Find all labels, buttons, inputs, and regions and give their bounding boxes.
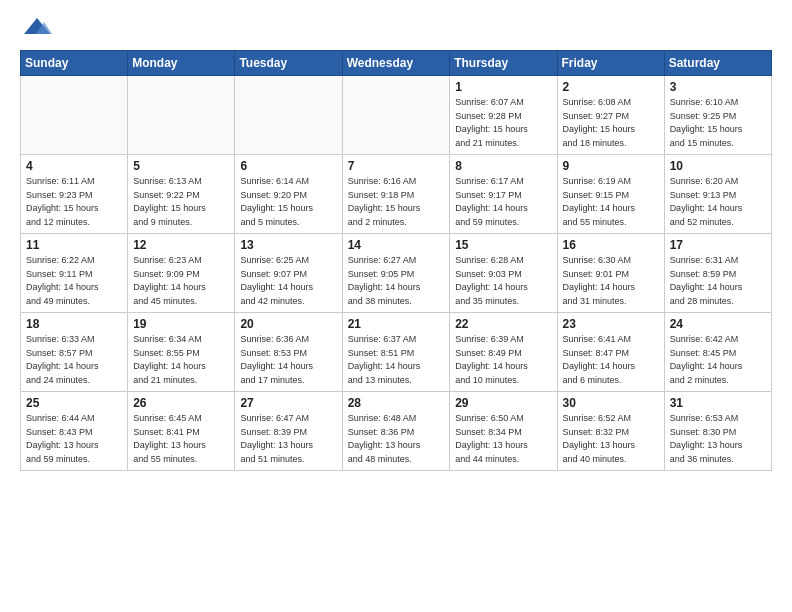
- day-info: Sunrise: 6:28 AM Sunset: 9:03 PM Dayligh…: [455, 254, 551, 308]
- calendar-cell: 7Sunrise: 6:16 AM Sunset: 9:18 PM Daylig…: [342, 155, 450, 234]
- calendar-cell: 16Sunrise: 6:30 AM Sunset: 9:01 PM Dayli…: [557, 234, 664, 313]
- calendar-cell: 29Sunrise: 6:50 AM Sunset: 8:34 PM Dayli…: [450, 392, 557, 471]
- calendar-cell: 2Sunrise: 6:08 AM Sunset: 9:27 PM Daylig…: [557, 76, 664, 155]
- day-number: 10: [670, 159, 766, 173]
- day-info: Sunrise: 6:50 AM Sunset: 8:34 PM Dayligh…: [455, 412, 551, 466]
- day-info: Sunrise: 6:17 AM Sunset: 9:17 PM Dayligh…: [455, 175, 551, 229]
- calendar-cell: [235, 76, 342, 155]
- calendar-cell: 30Sunrise: 6:52 AM Sunset: 8:32 PM Dayli…: [557, 392, 664, 471]
- calendar-cell: [342, 76, 450, 155]
- day-number: 28: [348, 396, 445, 410]
- day-number: 16: [563, 238, 659, 252]
- day-number: 23: [563, 317, 659, 331]
- calendar-cell: [21, 76, 128, 155]
- day-info: Sunrise: 6:27 AM Sunset: 9:05 PM Dayligh…: [348, 254, 445, 308]
- day-info: Sunrise: 6:11 AM Sunset: 9:23 PM Dayligh…: [26, 175, 122, 229]
- day-info: Sunrise: 6:52 AM Sunset: 8:32 PM Dayligh…: [563, 412, 659, 466]
- day-info: Sunrise: 6:37 AM Sunset: 8:51 PM Dayligh…: [348, 333, 445, 387]
- day-info: Sunrise: 6:44 AM Sunset: 8:43 PM Dayligh…: [26, 412, 122, 466]
- day-info: Sunrise: 6:23 AM Sunset: 9:09 PM Dayligh…: [133, 254, 229, 308]
- day-info: Sunrise: 6:47 AM Sunset: 8:39 PM Dayligh…: [240, 412, 336, 466]
- calendar-cell: 25Sunrise: 6:44 AM Sunset: 8:43 PM Dayli…: [21, 392, 128, 471]
- calendar-cell: 14Sunrise: 6:27 AM Sunset: 9:05 PM Dayli…: [342, 234, 450, 313]
- day-number: 20: [240, 317, 336, 331]
- day-info: Sunrise: 6:10 AM Sunset: 9:25 PM Dayligh…: [670, 96, 766, 150]
- day-number: 7: [348, 159, 445, 173]
- day-info: Sunrise: 6:36 AM Sunset: 8:53 PM Dayligh…: [240, 333, 336, 387]
- day-number: 14: [348, 238, 445, 252]
- day-number: 21: [348, 317, 445, 331]
- day-info: Sunrise: 6:48 AM Sunset: 8:36 PM Dayligh…: [348, 412, 445, 466]
- calendar-cell: 1Sunrise: 6:07 AM Sunset: 9:28 PM Daylig…: [450, 76, 557, 155]
- day-number: 6: [240, 159, 336, 173]
- weekday-friday: Friday: [557, 51, 664, 76]
- day-info: Sunrise: 6:07 AM Sunset: 9:28 PM Dayligh…: [455, 96, 551, 150]
- calendar-cell: 6Sunrise: 6:14 AM Sunset: 9:20 PM Daylig…: [235, 155, 342, 234]
- calendar-cell: 4Sunrise: 6:11 AM Sunset: 9:23 PM Daylig…: [21, 155, 128, 234]
- weekday-monday: Monday: [128, 51, 235, 76]
- day-number: 26: [133, 396, 229, 410]
- calendar-cell: 11Sunrise: 6:22 AM Sunset: 9:11 PM Dayli…: [21, 234, 128, 313]
- week-row-5: 25Sunrise: 6:44 AM Sunset: 8:43 PM Dayli…: [21, 392, 772, 471]
- day-info: Sunrise: 6:20 AM Sunset: 9:13 PM Dayligh…: [670, 175, 766, 229]
- calendar-cell: 18Sunrise: 6:33 AM Sunset: 8:57 PM Dayli…: [21, 313, 128, 392]
- day-info: Sunrise: 6:14 AM Sunset: 9:20 PM Dayligh…: [240, 175, 336, 229]
- day-number: 17: [670, 238, 766, 252]
- calendar-cell: 20Sunrise: 6:36 AM Sunset: 8:53 PM Dayli…: [235, 313, 342, 392]
- day-number: 11: [26, 238, 122, 252]
- header: [20, 16, 772, 38]
- day-number: 8: [455, 159, 551, 173]
- calendar-cell: 9Sunrise: 6:19 AM Sunset: 9:15 PM Daylig…: [557, 155, 664, 234]
- calendar-cell: 24Sunrise: 6:42 AM Sunset: 8:45 PM Dayli…: [664, 313, 771, 392]
- calendar: SundayMondayTuesdayWednesdayThursdayFrid…: [20, 50, 772, 471]
- page: SundayMondayTuesdayWednesdayThursdayFrid…: [0, 0, 792, 481]
- day-number: 29: [455, 396, 551, 410]
- calendar-cell: 31Sunrise: 6:53 AM Sunset: 8:30 PM Dayli…: [664, 392, 771, 471]
- day-number: 1: [455, 80, 551, 94]
- calendar-cell: 27Sunrise: 6:47 AM Sunset: 8:39 PM Dayli…: [235, 392, 342, 471]
- week-row-4: 18Sunrise: 6:33 AM Sunset: 8:57 PM Dayli…: [21, 313, 772, 392]
- day-info: Sunrise: 6:41 AM Sunset: 8:47 PM Dayligh…: [563, 333, 659, 387]
- day-number: 13: [240, 238, 336, 252]
- week-row-3: 11Sunrise: 6:22 AM Sunset: 9:11 PM Dayli…: [21, 234, 772, 313]
- day-number: 22: [455, 317, 551, 331]
- day-number: 31: [670, 396, 766, 410]
- calendar-cell: 3Sunrise: 6:10 AM Sunset: 9:25 PM Daylig…: [664, 76, 771, 155]
- calendar-cell: 28Sunrise: 6:48 AM Sunset: 8:36 PM Dayli…: [342, 392, 450, 471]
- weekday-header-row: SundayMondayTuesdayWednesdayThursdayFrid…: [21, 51, 772, 76]
- day-number: 4: [26, 159, 122, 173]
- day-number: 18: [26, 317, 122, 331]
- logo: [20, 16, 52, 38]
- weekday-sunday: Sunday: [21, 51, 128, 76]
- day-number: 9: [563, 159, 659, 173]
- day-number: 24: [670, 317, 766, 331]
- day-number: 2: [563, 80, 659, 94]
- day-info: Sunrise: 6:08 AM Sunset: 9:27 PM Dayligh…: [563, 96, 659, 150]
- day-info: Sunrise: 6:45 AM Sunset: 8:41 PM Dayligh…: [133, 412, 229, 466]
- day-info: Sunrise: 6:19 AM Sunset: 9:15 PM Dayligh…: [563, 175, 659, 229]
- day-info: Sunrise: 6:33 AM Sunset: 8:57 PM Dayligh…: [26, 333, 122, 387]
- day-info: Sunrise: 6:30 AM Sunset: 9:01 PM Dayligh…: [563, 254, 659, 308]
- calendar-cell: 23Sunrise: 6:41 AM Sunset: 8:47 PM Dayli…: [557, 313, 664, 392]
- calendar-cell: 21Sunrise: 6:37 AM Sunset: 8:51 PM Dayli…: [342, 313, 450, 392]
- day-info: Sunrise: 6:53 AM Sunset: 8:30 PM Dayligh…: [670, 412, 766, 466]
- day-number: 5: [133, 159, 229, 173]
- day-number: 3: [670, 80, 766, 94]
- logo-icon: [22, 16, 52, 38]
- week-row-1: 1Sunrise: 6:07 AM Sunset: 9:28 PM Daylig…: [21, 76, 772, 155]
- day-number: 12: [133, 238, 229, 252]
- day-number: 30: [563, 396, 659, 410]
- calendar-cell: 22Sunrise: 6:39 AM Sunset: 8:49 PM Dayli…: [450, 313, 557, 392]
- calendar-cell: 12Sunrise: 6:23 AM Sunset: 9:09 PM Dayli…: [128, 234, 235, 313]
- day-number: 25: [26, 396, 122, 410]
- day-info: Sunrise: 6:34 AM Sunset: 8:55 PM Dayligh…: [133, 333, 229, 387]
- calendar-cell: 26Sunrise: 6:45 AM Sunset: 8:41 PM Dayli…: [128, 392, 235, 471]
- weekday-saturday: Saturday: [664, 51, 771, 76]
- day-info: Sunrise: 6:22 AM Sunset: 9:11 PM Dayligh…: [26, 254, 122, 308]
- day-number: 19: [133, 317, 229, 331]
- weekday-tuesday: Tuesday: [235, 51, 342, 76]
- calendar-cell: 15Sunrise: 6:28 AM Sunset: 9:03 PM Dayli…: [450, 234, 557, 313]
- day-number: 15: [455, 238, 551, 252]
- calendar-cell: 5Sunrise: 6:13 AM Sunset: 9:22 PM Daylig…: [128, 155, 235, 234]
- day-info: Sunrise: 6:31 AM Sunset: 8:59 PM Dayligh…: [670, 254, 766, 308]
